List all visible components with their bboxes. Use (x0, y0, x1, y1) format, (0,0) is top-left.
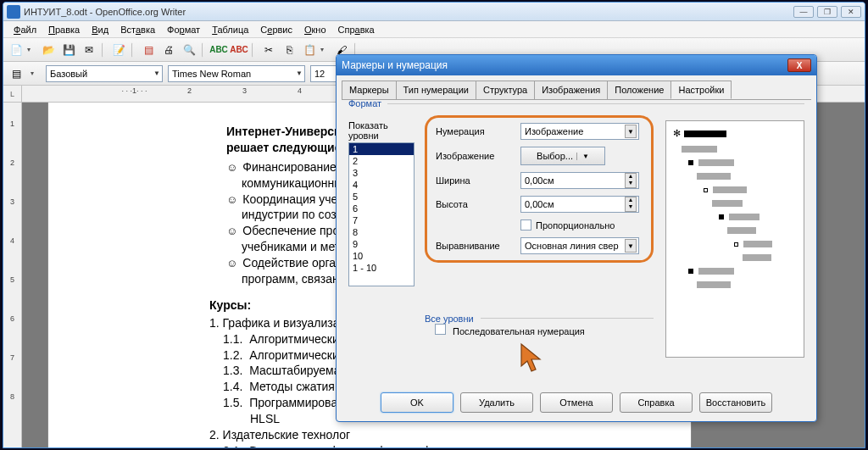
proportional-label: Пропорционально (536, 220, 615, 231)
levels-listbox[interactable]: 1 2 3 4 5 6 7 8 9 10 1 - 10 (348, 142, 415, 286)
image-select-button[interactable]: Выбор...▼ (520, 147, 605, 165)
numbering-select[interactable]: Изображение▼ (520, 123, 639, 140)
open-icon[interactable]: 📂 (39, 41, 58, 59)
tab-settings[interactable]: Настройки (670, 81, 732, 99)
highlighted-options: Нумерация Изображение▼ Изображение Выбор… (425, 115, 654, 263)
width-label: Ширина (436, 175, 520, 186)
app-icon (7, 5, 20, 19)
ruler-vertical: 12345678 (3, 103, 22, 447)
level-item[interactable]: 6 (349, 203, 414, 214)
bullets-numbering-dialog: Маркеры и нумерация X Маркеры Тип нумера… (336, 54, 817, 422)
level-item[interactable]: 1 (349, 143, 414, 155)
level-item[interactable]: 10 (349, 250, 414, 262)
help-button[interactable]: Справка (620, 392, 693, 413)
paste-icon[interactable]: 📋 (300, 41, 319, 59)
titlebar: ИНТУИТ_8.odt - OpenOffice.org Writer — ❐… (3, 3, 865, 21)
dialog-buttons: OK Удалить Отмена Справка Восстановить (337, 392, 816, 413)
tab-position[interactable]: Положение (607, 81, 671, 99)
autospell-icon[interactable]: ABC (230, 41, 248, 59)
all-levels-label: Все уровни (425, 314, 474, 324)
tab-markers[interactable]: Маркеры (342, 81, 397, 99)
cancel-button[interactable]: Отмена (540, 392, 613, 413)
level-item[interactable]: 3 (349, 167, 414, 179)
menu-window[interactable]: Окно (299, 23, 331, 36)
level-item[interactable]: 4 (349, 179, 414, 191)
print-icon[interactable]: 🖨 (159, 41, 178, 59)
alignment-label: Выравнивание (436, 241, 520, 251)
menu-tools[interactable]: Сервис (255, 23, 298, 36)
width-spinner[interactable]: 0,00см▲▼ (520, 172, 639, 189)
cut-icon[interactable]: ✂ (259, 41, 278, 59)
spellcheck-icon[interactable]: ABC (209, 41, 228, 59)
dialog-tabs: Маркеры Тип нумерации Структура Изображе… (337, 75, 816, 99)
proportional-checkbox[interactable] (520, 219, 531, 231)
level-item[interactable]: 5 (349, 191, 414, 203)
close-button[interactable]: ✕ (841, 6, 861, 18)
menu-insert[interactable]: Вставка (115, 23, 160, 36)
numbering-label: Нумерация (436, 126, 520, 136)
menu-edit[interactable]: Правка (43, 23, 85, 36)
format-label: Формат (348, 98, 381, 108)
maximize-button[interactable]: ❐ (817, 6, 837, 18)
menu-table[interactable]: Таблица (207, 23, 253, 36)
level-item[interactable]: 9 (349, 238, 414, 250)
styles-icon[interactable]: ▤ (7, 64, 25, 83)
tab-numbering-type[interactable]: Тип нумерации (396, 81, 476, 99)
pdf-icon[interactable]: ▤ (139, 41, 158, 59)
style-combo[interactable]: Базовый▼ (46, 65, 163, 82)
alignment-select[interactable]: Основная линия свер▼ (520, 237, 639, 254)
mail-icon[interactable]: ✉ (80, 41, 98, 59)
dialog-title: Маркеры и нумерация (342, 59, 787, 71)
height-spinner[interactable]: 0,00см▲▼ (520, 196, 639, 213)
edit-icon[interactable]: 📝 (109, 41, 128, 59)
save-icon[interactable]: 💾 (59, 41, 78, 59)
image-label: Изображение (436, 151, 520, 161)
preview-pane (665, 120, 804, 358)
level-item[interactable]: 1 - 10 (349, 262, 414, 274)
delete-button[interactable]: Удалить (460, 392, 533, 413)
menu-help[interactable]: Справка (333, 23, 380, 36)
reset-button[interactable]: Восстановить (699, 392, 772, 413)
height-label: Высота (436, 199, 520, 209)
menu-file[interactable]: Файл (8, 23, 42, 36)
level-item[interactable]: 7 (349, 214, 414, 226)
menu-view[interactable]: Вид (86, 23, 114, 36)
levels-label: Показать уровни (348, 120, 415, 141)
tab-outline[interactable]: Структура (476, 81, 535, 99)
level-item[interactable]: 8 (349, 226, 414, 238)
consecutive-label: Последовательная нумерация (453, 326, 585, 336)
dialog-close-icon[interactable]: X (787, 58, 811, 72)
level-item[interactable]: 2 (349, 155, 414, 167)
ok-button[interactable]: OK (381, 392, 453, 413)
font-combo[interactable]: Times New Roman▼ (168, 65, 305, 82)
minimize-button[interactable]: — (793, 6, 814, 18)
consecutive-checkbox[interactable] (435, 324, 446, 335)
tab-graphics[interactable]: Изображения (534, 81, 608, 99)
window-title: ИНТУИТ_8.odt - OpenOffice.org Writer (24, 7, 793, 17)
preview-icon[interactable]: 🔍 (180, 41, 198, 59)
new-doc-icon[interactable]: 📄 (7, 41, 25, 59)
copy-icon[interactable]: ⎘ (280, 41, 298, 59)
dialog-titlebar[interactable]: Маркеры и нумерация X (337, 55, 816, 75)
menu-format[interactable]: Формат (162, 23, 205, 36)
menubar: Файл Правка Вид Вставка Формат Таблица С… (3, 21, 865, 38)
